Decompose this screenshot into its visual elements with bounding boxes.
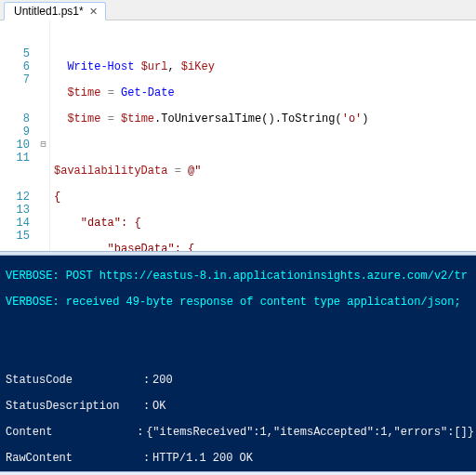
- output-row: StatusCode: 200: [6, 374, 474, 387]
- fold-icon[interactable]: ⊟: [37, 139, 49, 152]
- fold-column: ⊟: [37, 20, 50, 251]
- verbose-line: VERBOSE: POST https://eastus-8.in.applic…: [6, 270, 474, 283]
- console-output[interactable]: VERBOSE: POST https://eastus-8.in.applic…: [0, 256, 476, 471]
- code-editor[interactable]: 567 891011 12131415 16171819 ⊟ Write-Hos…: [0, 20, 476, 251]
- line-gutter: 567 891011 12131415 16171819: [0, 20, 37, 251]
- output-row: StatusDescription: OK: [6, 400, 474, 413]
- file-tab[interactable]: Untitled1.ps1* ✕: [4, 2, 106, 20]
- status-bar: [0, 471, 476, 475]
- verbose-line: VERBOSE: received 49-byte response of co…: [6, 296, 474, 309]
- output-row: RawContent: HTTP/1.1 200 OK: [6, 452, 474, 465]
- output-row: Content: {"itemsReceived":1,"itemsAccept…: [6, 426, 474, 439]
- tab-bar: Untitled1.ps1* ✕: [0, 0, 476, 20]
- code-body[interactable]: Write-Host $url, $iKey $time = Get-Date …: [50, 20, 469, 251]
- file-tab-title: Untitled1.ps1*: [14, 5, 84, 18]
- close-icon[interactable]: ✕: [89, 7, 98, 17]
